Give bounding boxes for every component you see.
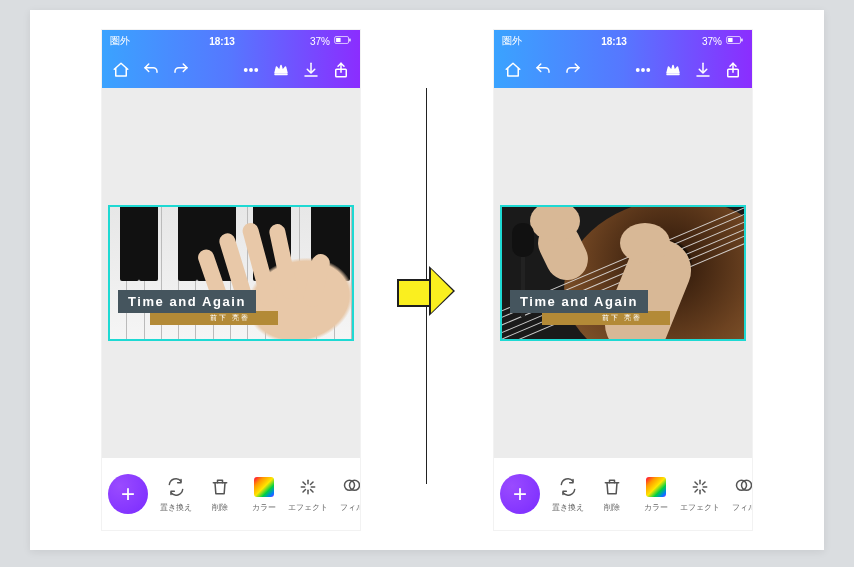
effect-button[interactable]: エフェクト	[286, 476, 330, 513]
download-button[interactable]	[690, 57, 716, 83]
svg-point-6	[255, 69, 257, 71]
home-button[interactable]	[108, 57, 134, 83]
add-button[interactable]: +	[108, 474, 148, 514]
redo-button[interactable]	[168, 57, 194, 83]
effect-button[interactable]: エフェクト	[678, 476, 722, 513]
replace-button[interactable]: 置き換え	[546, 476, 590, 513]
battery-icon	[726, 35, 744, 47]
delete-button[interactable]: 削除	[198, 476, 242, 513]
clock: 18:13	[209, 36, 235, 47]
svg-rect-13	[741, 39, 742, 42]
canvas-area[interactable]: 前下 亮香 Time and Again	[102, 88, 360, 458]
filter-label: フィル	[732, 502, 752, 513]
sparkle-icon	[689, 476, 711, 498]
redo-button[interactable]	[560, 57, 586, 83]
svg-rect-2	[336, 38, 341, 42]
svg-point-16	[647, 69, 649, 71]
color-icon	[253, 476, 275, 498]
svg-point-4	[245, 69, 247, 71]
delete-label: 削除	[212, 502, 228, 513]
selected-image[interactable]: 前下 亮香 Time and Again	[108, 205, 354, 341]
subtitle-label: 前下 亮香	[150, 311, 278, 325]
top-toolbar	[494, 52, 752, 88]
subtitle-label: 前下 亮香	[542, 311, 670, 325]
svg-point-14	[637, 69, 639, 71]
more-button[interactable]	[238, 57, 264, 83]
transform-arrow	[397, 266, 457, 316]
status-bar: 圏外 18:13 37%	[494, 30, 752, 52]
color-icon	[645, 476, 667, 498]
crown-button[interactable]	[660, 57, 686, 83]
trash-icon	[601, 476, 623, 498]
replace-label: 置き換え	[160, 502, 192, 513]
filter-icon	[341, 476, 360, 498]
add-button[interactable]: +	[500, 474, 540, 514]
selected-image[interactable]: 前下 亮香 Time and Again	[500, 205, 746, 341]
share-button[interactable]	[720, 57, 746, 83]
filter-icon	[733, 476, 752, 498]
crown-button[interactable]	[268, 57, 294, 83]
share-button[interactable]	[328, 57, 354, 83]
svg-point-5	[250, 69, 252, 71]
carrier-label: 圏外	[110, 34, 130, 48]
effect-label: エフェクト	[680, 502, 720, 513]
color-label: カラー	[644, 502, 668, 513]
battery-label: 37%	[702, 36, 722, 47]
delete-button[interactable]: 削除	[590, 476, 634, 513]
color-label: カラー	[252, 502, 276, 513]
bottom-bar: + 置き換え 削除 カラー エフェクト フィル	[494, 458, 752, 530]
filter-button[interactable]: フィル	[722, 476, 752, 513]
clock: 18:13	[601, 36, 627, 47]
filter-label: フィル	[340, 502, 360, 513]
top-toolbar	[102, 52, 360, 88]
battery-icon	[334, 35, 352, 47]
undo-button[interactable]	[138, 57, 164, 83]
battery-label: 37%	[310, 36, 330, 47]
page-frame: 圏外 18:13 37%	[30, 10, 824, 550]
replace-icon	[165, 476, 187, 498]
filter-button[interactable]: フィル	[330, 476, 360, 513]
undo-button[interactable]	[530, 57, 556, 83]
replace-button[interactable]: 置き換え	[154, 476, 198, 513]
canvas-area[interactable]: 前下 亮香 Time and Again	[494, 88, 752, 458]
title-label: Time and Again	[118, 290, 256, 313]
title-label: Time and Again	[510, 290, 648, 313]
phone-after: 圏外 18:13 37%	[494, 30, 752, 530]
trash-icon	[209, 476, 231, 498]
effect-label: エフェクト	[288, 502, 328, 513]
more-button[interactable]	[630, 57, 656, 83]
color-button[interactable]: カラー	[634, 476, 678, 513]
replace-icon	[557, 476, 579, 498]
status-bar: 圏外 18:13 37%	[102, 30, 360, 52]
carrier-label: 圏外	[502, 34, 522, 48]
svg-point-15	[642, 69, 644, 71]
sparkle-icon	[297, 476, 319, 498]
svg-rect-12	[728, 38, 733, 42]
delete-label: 削除	[604, 502, 620, 513]
home-button[interactable]	[500, 57, 526, 83]
svg-rect-3	[349, 39, 350, 42]
color-button[interactable]: カラー	[242, 476, 286, 513]
replace-label: 置き換え	[552, 502, 584, 513]
download-button[interactable]	[298, 57, 324, 83]
bottom-bar: + 置き換え 削除 カラー エフェクト フィル	[102, 458, 360, 530]
phone-before: 圏外 18:13 37%	[102, 30, 360, 530]
